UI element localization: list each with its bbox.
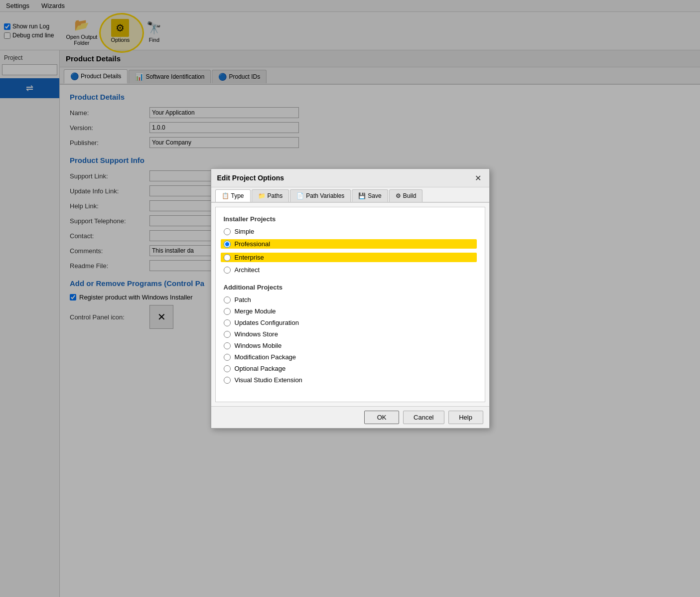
build-tab-icon: ⚙ <box>396 192 401 199</box>
windows-store-radio-input[interactable] <box>224 331 231 338</box>
modification-pkg-label: Modification Package <box>235 353 296 361</box>
paths-tab-icon: 📁 <box>258 192 266 199</box>
dialog-footer: OK Cancel Help <box>211 406 489 428</box>
optional-pkg-radio-input[interactable] <box>224 365 231 372</box>
merge-module-label: Merge Module <box>235 307 276 315</box>
professional-radio[interactable]: Professional <box>221 239 477 249</box>
dialog-tab-save[interactable]: 💾 Save <box>352 189 388 202</box>
installer-radio-group: Simple Professional Enterprise Architect <box>224 228 477 274</box>
architect-radio[interactable]: Architect <box>224 266 477 274</box>
updates-config-radio-input[interactable] <box>224 319 231 326</box>
professional-radio-input[interactable] <box>224 241 231 248</box>
windows-store-label: Windows Store <box>235 330 278 338</box>
windows-store-radio[interactable]: Windows Store <box>224 330 477 338</box>
updates-config-label: Updates Configuration <box>235 319 299 326</box>
cancel-button[interactable]: Cancel <box>403 411 444 424</box>
modification-pkg-radio-input[interactable] <box>224 354 231 361</box>
ok-button[interactable]: OK <box>364 411 399 424</box>
merge-module-radio[interactable]: Merge Module <box>224 307 477 315</box>
simple-label: Simple <box>235 228 255 235</box>
dialog-tab-type[interactable]: 📋 Type <box>215 189 251 202</box>
simple-radio-input[interactable] <box>224 228 231 235</box>
vs-extension-radio-input[interactable] <box>224 377 231 384</box>
optional-pkg-radio[interactable]: Optional Package <box>224 365 477 372</box>
installer-projects-title: Installer Projects <box>224 215 477 223</box>
patch-radio-input[interactable] <box>224 297 231 303</box>
save-tab-label: Save <box>368 192 381 199</box>
dialog-tab-path-variables[interactable]: 📄 Path Variables <box>290 189 351 202</box>
professional-label: Professional <box>235 240 271 248</box>
dialog-tab-paths[interactable]: 📁 Paths <box>252 189 289 202</box>
windows-mobile-label: Windows Mobile <box>235 342 282 349</box>
dialog-overlay: Edit Project Options ✕ 📋 Type 📁 Paths 📄 … <box>0 0 700 597</box>
modification-pkg-radio[interactable]: Modification Package <box>224 353 477 361</box>
enterprise-label: Enterprise <box>235 254 264 261</box>
save-tab-icon: 💾 <box>358 192 366 199</box>
help-button[interactable]: Help <box>448 411 483 424</box>
windows-mobile-radio-input[interactable] <box>224 342 231 349</box>
build-tab-label: Build <box>403 192 417 199</box>
type-tab-label: Type <box>231 192 244 199</box>
merge-module-radio-input[interactable] <box>224 308 231 315</box>
vs-extension-radio[interactable]: Visual Studio Extension <box>224 376 477 384</box>
patch-label: Patch <box>235 296 251 303</box>
architect-radio-input[interactable] <box>224 267 231 274</box>
additional-radio-group: Patch Merge Module Updates Configuration… <box>224 296 477 384</box>
dialog-tab-build[interactable]: ⚙ Build <box>389 189 423 202</box>
architect-label: Architect <box>235 266 260 274</box>
simple-radio[interactable]: Simple <box>224 228 477 235</box>
patch-radio[interactable]: Patch <box>224 296 477 303</box>
enterprise-radio[interactable]: Enterprise <box>221 253 477 262</box>
enterprise-radio-input[interactable] <box>224 254 231 261</box>
path-variables-tab-label: Path Variables <box>306 192 344 199</box>
windows-mobile-radio[interactable]: Windows Mobile <box>224 342 477 349</box>
optional-pkg-label: Optional Package <box>235 365 286 372</box>
dialog-body: Installer Projects Simple Professional E… <box>215 207 485 402</box>
dialog-titlebar: Edit Project Options ✕ <box>211 169 489 187</box>
edit-project-options-dialog: Edit Project Options ✕ 📋 Type 📁 Paths 📄 … <box>211 168 490 429</box>
path-variables-tab-icon: 📄 <box>296 192 304 199</box>
dialog-tabs: 📋 Type 📁 Paths 📄 Path Variables 💾 Save ⚙… <box>211 187 489 203</box>
dialog-title: Edit Project Options <box>217 174 284 182</box>
dialog-close-button[interactable]: ✕ <box>473 173 483 183</box>
paths-tab-label: Paths <box>268 192 283 199</box>
type-tab-icon: 📋 <box>222 192 229 199</box>
updates-config-radio[interactable]: Updates Configuration <box>224 319 477 326</box>
vs-extension-label: Visual Studio Extension <box>235 376 302 384</box>
additional-projects-title: Additional Projects <box>224 284 477 291</box>
